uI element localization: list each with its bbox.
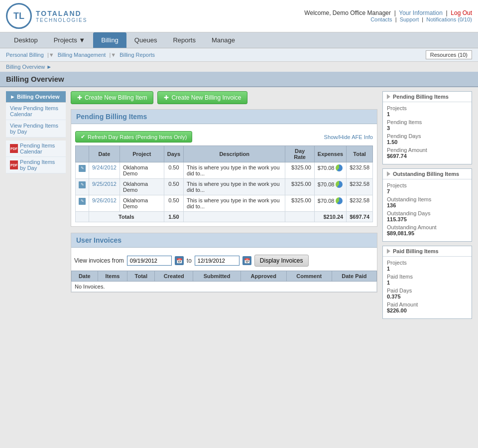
paid-panel-body: Projects1Paid Items1Paid Days0.375Paid A… — [383, 257, 472, 318]
nav-reports[interactable]: Reports — [165, 32, 204, 48]
notifications-link[interactable]: Notifications (0/10) — [426, 16, 472, 22]
nav-desktop[interactable]: Desktop — [6, 32, 46, 48]
col-expenses: Expenses — [314, 146, 346, 162]
col-description: Description — [184, 146, 285, 162]
total-cell: $232.58 — [347, 179, 373, 195]
panel-row-label: Outstanding Days — [387, 210, 430, 216]
refresh-day-rates-button[interactable]: ✔ Refresh Day Rates (Pending Items Only) — [75, 131, 192, 143]
col-day-rate: Day Rate — [285, 146, 315, 162]
col-edit — [76, 146, 89, 162]
breadcrumb: Billing Overview ► — [0, 62, 478, 72]
panel-row: Pending Days1.50 — [387, 133, 468, 145]
create-billing-invoice-button[interactable]: ✚ Create New Billing Invoice — [157, 91, 247, 104]
content-area: ✚ Create New Billing Item ✚ Create New B… — [71, 91, 377, 319]
totals-days: 1.50 — [164, 212, 183, 222]
sidebar-overview-title[interactable]: ► Billing Overview — [6, 91, 66, 102]
panel-row: Paid Items1 — [387, 274, 468, 286]
date-to-input[interactable] — [195, 256, 239, 266]
date-link[interactable]: 9/24/2012 — [92, 164, 117, 170]
your-info-link[interactable]: Your Information — [399, 9, 443, 16]
days-cell: 0.50 — [164, 162, 183, 179]
create-billing-item-button[interactable]: ✚ Create New Billing Item — [71, 91, 153, 104]
panel-row: Pending Amount$697.74 — [387, 147, 468, 159]
check-icon: ✔ — [81, 134, 85, 140]
invoice-section: User Invoices View invoices from 📅 to 📅 … — [71, 233, 377, 293]
panel-row-value: 1 — [387, 280, 390, 286]
panel-row-value: 7 — [387, 188, 390, 194]
date-link[interactable]: 9/25/2012 — [92, 181, 117, 187]
panel-row: Paid Amount$226.00 — [387, 301, 468, 313]
panel-row-label: Projects — [387, 105, 407, 111]
panel-row: Outstanding Days115.375 — [387, 210, 468, 222]
panel-row-label: Pending Days — [387, 133, 421, 139]
sidebar-link-pending-calendar[interactable]: View Pending Items Calendar — [6, 103, 66, 120]
right-panels: Pending Billing Items Projects1Pending I… — [382, 91, 472, 319]
edit-icon[interactable]: ✎ — [79, 198, 86, 205]
logo-area: TL TOTALAND TECHNOLOGIES — [6, 3, 87, 29]
resources-button[interactable]: Resources (10) — [426, 50, 472, 59]
project-cell: Oklahoma Demo — [120, 162, 164, 179]
col-project: Project — [120, 146, 164, 162]
paid-panel: Paid Billing Items Projects1Paid Items1P… — [382, 246, 472, 319]
col-date: Date — [89, 146, 120, 162]
pending-section-header: Pending Billing Items — [71, 110, 377, 124]
panel-row-value: 136 — [387, 202, 396, 208]
panel-row: Outstanding Items136 — [387, 196, 468, 208]
edit-icon[interactable]: ✎ — [79, 165, 86, 172]
support-link[interactable]: Support — [400, 16, 419, 22]
panel-row-label: Outstanding Amount — [387, 224, 437, 230]
calendar-icon-from[interactable]: 📅 — [175, 256, 184, 265]
panel-row-label: Projects — [387, 260, 407, 266]
col-days: Days — [164, 146, 183, 162]
sidebar: ► Billing Overview View Pending Items Ca… — [6, 91, 66, 319]
date-from-input[interactable] — [127, 256, 172, 266]
inv-col-date: Date — [72, 271, 98, 282]
contacts-link[interactable]: Contacts — [370, 16, 392, 22]
panel-row-value: $226.00 — [387, 307, 407, 313]
sidebar-pdf-pending-calendar[interactable]: PDF Pending Items Calendar — [6, 141, 66, 157]
totals-total: $697.74 — [347, 212, 373, 222]
day-rate-cell: $325.00 — [285, 195, 315, 212]
calendar-icon-to[interactable]: 📅 — [242, 256, 251, 265]
panel-row-label: Paid Items — [387, 274, 413, 280]
total-cell: $232.58 — [347, 162, 373, 179]
totals-expenses: $210.24 — [314, 212, 346, 222]
logo-icon: TL — [6, 3, 32, 29]
logout-link[interactable]: Log Out — [451, 9, 472, 16]
inv-col-items: Items — [98, 271, 127, 282]
invoice-table: Date Items Total Created Submitted Appro… — [71, 271, 377, 292]
subnav-reports[interactable]: Billing Reports — [120, 52, 155, 58]
logo-sub: TECHNOLOGIES — [36, 17, 87, 23]
show-hide-afe-link[interactable]: Show/Hide AFE Info — [324, 134, 373, 140]
panel-row-value: 0.375 — [387, 294, 401, 299]
outstanding-panel-title: Outstanding Billing Items — [383, 169, 472, 179]
subnav-management[interactable]: Billing Management — [58, 52, 106, 58]
panel-row-label: Outstanding Items — [387, 196, 431, 202]
edit-icon[interactable]: ✎ — [79, 181, 86, 188]
nav-projects[interactable]: Projects ▼ — [46, 32, 93, 48]
nav-manage[interactable]: Manage — [204, 32, 243, 48]
inv-col-approved: Approved — [240, 271, 286, 282]
panel-row: Projects1 — [387, 105, 468, 117]
sidebar-link-pending-day[interactable]: View Pending Items by Day — [6, 120, 66, 138]
logo-name: TOTALAND — [36, 9, 87, 17]
display-invoices-button[interactable]: Display Invoices — [254, 255, 309, 267]
top-header: TL TOTALAND TECHNOLOGIES Welcome, Demo O… — [0, 0, 478, 32]
breadcrumb-link[interactable]: Billing Overview — [6, 64, 45, 70]
sub-nav: Personal Billing |▼ Billing Management |… — [0, 48, 478, 62]
col-total: Total — [347, 146, 373, 162]
date-link[interactable]: 9/26/2012 — [92, 197, 117, 203]
welcome-text: Welcome, Demo Office Manager — [304, 9, 391, 16]
inv-col-total: Total — [127, 271, 155, 282]
sidebar-pdf-pending-day[interactable]: PDF Pending Items by Day — [6, 157, 66, 173]
nav-queues[interactable]: Queues — [126, 32, 165, 48]
subnav-personal[interactable]: Personal Billing — [6, 52, 44, 58]
pending-panel-title: Pending Billing Items — [383, 92, 472, 102]
plus-icon-2: ✚ — [164, 94, 169, 101]
pending-section: Pending Billing Items ✔ Refresh Day Rate… — [71, 109, 377, 227]
day-rate-cell: $325.00 — [285, 179, 315, 195]
panel-row-value: $89,081.95 — [387, 230, 414, 236]
panel-row-value: 1.50 — [387, 139, 397, 145]
nav-billing[interactable]: Billing — [93, 32, 126, 48]
no-invoices-row: No Invoices. — [72, 282, 377, 292]
